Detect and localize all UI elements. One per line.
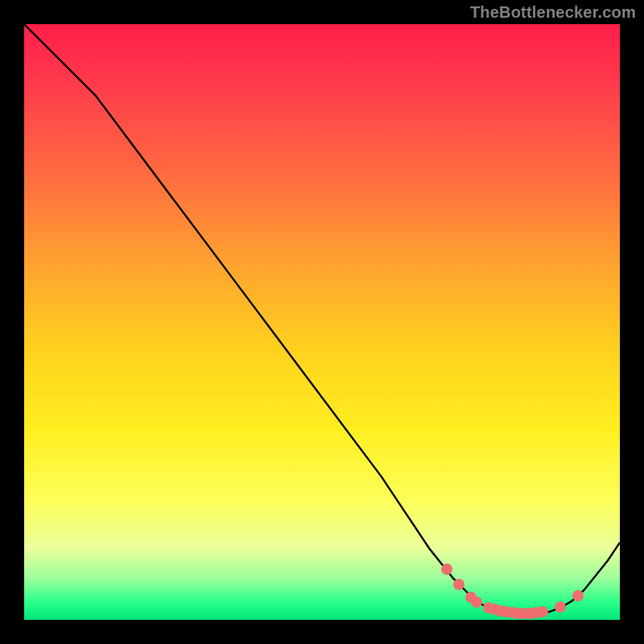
- highlight-dot: [537, 606, 548, 617]
- highlight-dot: [555, 601, 566, 613]
- chart-frame: TheBottlenecker.com: [0, 0, 644, 644]
- highlight-dot: [471, 597, 482, 608]
- highlight-dot: [572, 590, 584, 601]
- dots-layer: [24, 24, 620, 620]
- highlight-dot: [441, 564, 452, 575]
- attribution-text: TheBottlenecker.com: [470, 3, 636, 22]
- highlight-dot: [453, 579, 464, 590]
- plot-area: [24, 24, 620, 620]
